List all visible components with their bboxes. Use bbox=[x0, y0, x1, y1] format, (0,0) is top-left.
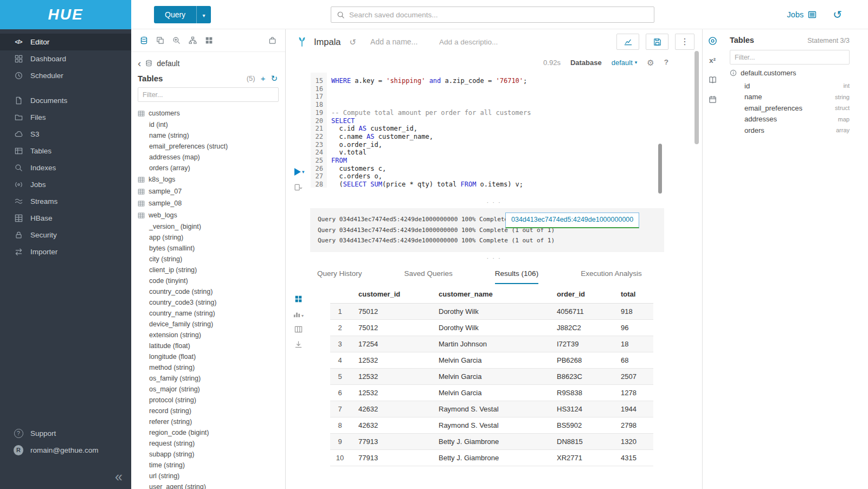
columns-icon[interactable] bbox=[294, 325, 303, 333]
table-item[interactable]: k8s_logs bbox=[138, 173, 285, 185]
column-item[interactable]: os_major (string) bbox=[138, 384, 285, 395]
column-item[interactable]: extension (string) bbox=[138, 330, 285, 340]
resize-handle[interactable] bbox=[286, 200, 702, 207]
sidebar-item-hbase[interactable]: HBase bbox=[0, 210, 131, 227]
column-item[interactable]: country_code (string) bbox=[138, 286, 285, 297]
user-menu[interactable]: R romain@gethue.com bbox=[0, 442, 131, 459]
table-filter-input[interactable] bbox=[143, 91, 274, 99]
query-name-input[interactable] bbox=[370, 37, 427, 46]
table-item[interactable]: sample_08 bbox=[138, 197, 285, 209]
assist-column-row[interactable]: ordersarray bbox=[744, 125, 850, 136]
column-item[interactable]: protocol (string) bbox=[138, 395, 285, 406]
column-item[interactable]: latitude (float) bbox=[138, 340, 285, 351]
column-item[interactable]: email_preferences (struct) bbox=[138, 141, 285, 152]
column-item[interactable]: url (string) bbox=[138, 471, 285, 481]
database-select[interactable]: default ▾ bbox=[612, 59, 638, 67]
column-item[interactable]: request (string) bbox=[138, 438, 285, 449]
assist-column-row[interactable]: idint bbox=[744, 80, 850, 92]
refresh-icon[interactable]: ↻ bbox=[271, 74, 278, 82]
column-item[interactable]: referer (string) bbox=[138, 416, 285, 427]
sidebar-item-jobs[interactable]: Jobs bbox=[0, 176, 131, 193]
zoom-plus-icon[interactable] bbox=[172, 36, 181, 44]
query-button[interactable]: Query bbox=[154, 6, 196, 23]
book-icon[interactable] bbox=[709, 76, 717, 84]
sidebar-item-security[interactable]: Security bbox=[0, 227, 131, 243]
query-dropdown-button[interactable]: ▾ bbox=[196, 6, 211, 23]
column-item[interactable]: time (string) bbox=[138, 460, 285, 471]
sidebar-item-documents[interactable]: Documents bbox=[0, 92, 131, 109]
tab-query-history[interactable]: Query History bbox=[317, 269, 362, 284]
column-item[interactable]: city (string) bbox=[138, 254, 285, 265]
plus-icon[interactable]: + bbox=[261, 74, 266, 82]
column-item[interactable]: country_code3 (string) bbox=[138, 297, 285, 308]
column-item[interactable]: bytes (smallint) bbox=[138, 243, 285, 254]
table-item[interactable]: web_logs bbox=[138, 209, 285, 221]
code-editor[interactable]: ▾ 1516171819202122232425262728 WHERE a.k… bbox=[286, 73, 702, 188]
support-link[interactable]: ? Support bbox=[0, 425, 131, 442]
collapse-icon[interactable]: « bbox=[115, 470, 123, 484]
code-content[interactable]: WHERE a.key = 'shipping' and a.zip_code … bbox=[327, 73, 702, 188]
table-item[interactable]: sample_07 bbox=[138, 185, 285, 197]
info-icon[interactable] bbox=[730, 69, 737, 76]
save-button[interactable] bbox=[646, 34, 668, 50]
table-filter[interactable] bbox=[138, 87, 279, 102]
grid-icon[interactable] bbox=[205, 36, 213, 44]
column-item[interactable]: user_agent (string) bbox=[138, 481, 285, 489]
tab-results-106[interactable]: Results (106) bbox=[495, 269, 538, 284]
column-item[interactable]: _version_ (bigint) bbox=[138, 221, 285, 232]
download-icon[interactable] bbox=[294, 340, 303, 349]
sidebar-item-streams[interactable]: Streams bbox=[0, 193, 131, 210]
column-item[interactable]: record (string) bbox=[138, 406, 285, 416]
assist-column-row[interactable]: namestring bbox=[744, 92, 850, 103]
column-item[interactable]: code (tinyint) bbox=[138, 275, 285, 286]
main-scrollbar[interactable] bbox=[695, 51, 699, 144]
sidebar-item-s3[interactable]: S3 bbox=[0, 126, 131, 143]
chart-view-button[interactable]: ▾ bbox=[293, 310, 304, 318]
column-item[interactable]: orders (array) bbox=[138, 163, 285, 173]
history-icon[interactable]: ↺ bbox=[833, 9, 842, 20]
sidebar-item-editor[interactable]: </>Editor bbox=[0, 34, 131, 50]
chart-button[interactable] bbox=[616, 34, 639, 50]
column-item[interactable]: country_name (string) bbox=[138, 308, 285, 319]
breadcrumb-database[interactable]: default bbox=[157, 59, 179, 68]
statement-menu-button[interactable] bbox=[294, 183, 303, 194]
grid-icon[interactable] bbox=[294, 295, 303, 303]
gear-icon[interactable]: ⚙ bbox=[647, 59, 654, 67]
column-item[interactable]: os_family (string) bbox=[138, 373, 285, 384]
table-item[interactable]: customers bbox=[138, 107, 285, 119]
assist-column-row[interactable]: email_preferencesstruct bbox=[744, 102, 850, 114]
sitemap-icon[interactable] bbox=[189, 36, 197, 44]
column-item[interactable]: app (string) bbox=[138, 232, 285, 243]
sidebar-item-dashboard[interactable]: Dashboard bbox=[0, 50, 131, 67]
calendar-icon[interactable] bbox=[709, 95, 717, 104]
query-description-input[interactable] bbox=[439, 38, 504, 46]
tab-execution-analysis[interactable]: Execution Analysis bbox=[581, 269, 642, 284]
column-item[interactable]: region_code (bigint) bbox=[138, 427, 285, 438]
functions-icon[interactable]: x² bbox=[709, 57, 716, 65]
results-col-total[interactable]: total bbox=[615, 285, 653, 304]
sidebar-item-importer[interactable]: Importer bbox=[0, 243, 131, 260]
column-item[interactable]: subapp (string) bbox=[138, 449, 285, 460]
database-icon[interactable] bbox=[140, 36, 148, 44]
column-item[interactable]: client_ip (string) bbox=[138, 265, 285, 275]
jobs-link[interactable]: Jobs bbox=[787, 10, 817, 19]
global-search[interactable] bbox=[331, 7, 654, 23]
column-item[interactable]: method (string) bbox=[138, 362, 285, 373]
tab-saved-queries[interactable]: Saved Queries bbox=[404, 269, 453, 284]
column-item[interactable]: name (string) bbox=[138, 130, 285, 141]
assist-active-table[interactable]: default.customers bbox=[730, 69, 850, 77]
resize-handle[interactable] bbox=[286, 255, 702, 263]
column-item[interactable]: longitude (float) bbox=[138, 351, 285, 362]
sidebar-item-scheduler[interactable]: Scheduler bbox=[0, 67, 131, 84]
assist-filter[interactable] bbox=[730, 50, 850, 65]
column-item[interactable]: id (int) bbox=[138, 119, 285, 130]
assist-column-row[interactable]: addressesmap bbox=[744, 114, 850, 125]
more-actions-button[interactable]: ⋮ bbox=[675, 34, 695, 50]
sidebar-item-tables[interactable]: Tables bbox=[0, 143, 131, 159]
results-col-order-id[interactable]: order_id bbox=[551, 285, 615, 304]
assistant-icon[interactable] bbox=[708, 36, 717, 46]
help-icon[interactable]: ? bbox=[664, 59, 668, 66]
assist-filter-input[interactable] bbox=[735, 54, 845, 61]
editor-scrollbar[interactable] bbox=[658, 144, 662, 194]
search-input[interactable] bbox=[349, 11, 648, 19]
